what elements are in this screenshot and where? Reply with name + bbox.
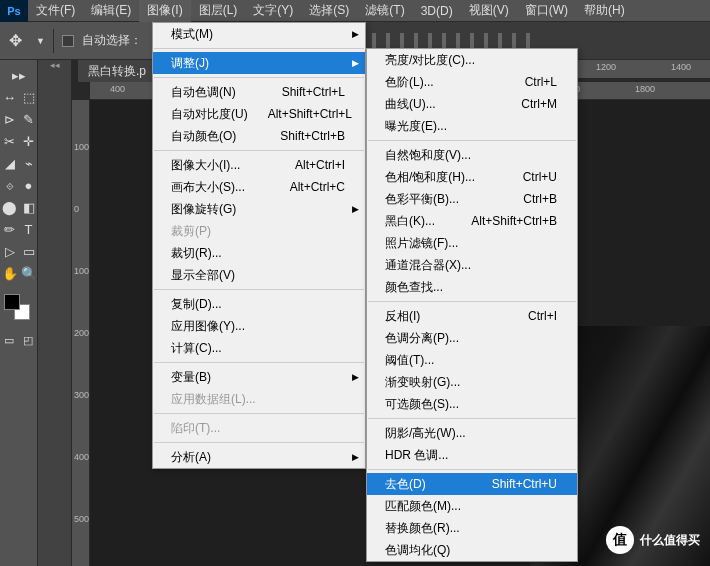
menu-item-label: 调整(J): [171, 55, 345, 72]
menu-item-8[interactable]: 黑白(K)...Alt+Shift+Ctrl+B: [367, 210, 577, 232]
dropdown-icon[interactable]: ▼: [36, 36, 45, 46]
tool-9[interactable]: ●: [19, 174, 38, 196]
tool-5[interactable]: ✛: [19, 130, 38, 152]
menu-item-7[interactable]: 色彩平衡(B)...Ctrl+B: [367, 188, 577, 210]
menu-item-6[interactable]: 色相/饱和度(H)...Ctrl+U: [367, 166, 577, 188]
menu-separator: [154, 289, 364, 290]
menu-item-6[interactable]: 自动颜色(O)Shift+Ctrl+B: [153, 125, 365, 147]
watermark-text: 什么值得买: [640, 532, 700, 549]
menu-0[interactable]: 文件(F): [28, 0, 83, 22]
tool-6[interactable]: ◢: [0, 152, 19, 174]
menu-4[interactable]: 文字(Y): [245, 0, 301, 22]
ruler-vertical: 2001000100200300400500: [72, 100, 90, 566]
panel-collapse[interactable]: ◂◂: [38, 60, 71, 74]
menu-7[interactable]: 3D(D): [413, 0, 461, 22]
menu-item-label: 亮度/对比度(C)...: [385, 52, 557, 69]
move-tool-icon[interactable]: [8, 32, 26, 50]
menu-item-19[interactable]: 阴影/高光(W)...: [367, 422, 577, 444]
menu-shortcut: Ctrl+L: [525, 75, 557, 89]
tool-7[interactable]: ⌁: [19, 152, 38, 174]
menu-separator: [154, 48, 364, 49]
menu-item-label: 色调均化(Q): [385, 542, 557, 559]
menu-5[interactable]: 选择(S): [301, 0, 357, 22]
menu-item-14[interactable]: 色调分离(P)...: [367, 327, 577, 349]
menu-item-23[interactable]: 匹配颜色(M)...: [367, 495, 577, 517]
menu-item-label: 阴影/高光(W)...: [385, 425, 557, 442]
image-menu-dropdown: 模式(M)▶调整(J)▶自动色调(N)Shift+Ctrl+L自动对比度(U)A…: [152, 22, 366, 469]
document-tab[interactable]: 黑白转换.p: [78, 60, 156, 82]
watermark: 值 什么值得买: [606, 526, 700, 554]
menu-item-4[interactable]: 自动色调(N)Shift+Ctrl+L: [153, 81, 365, 103]
menu-item-20[interactable]: HDR 色调...: [367, 444, 577, 466]
menu-item-label: 反相(I): [385, 308, 508, 325]
quickmask-icon[interactable]: ▭: [0, 332, 19, 348]
menu-item-label: 自动对比度(U): [171, 106, 248, 123]
menu-1[interactable]: 编辑(E): [83, 0, 139, 22]
menu-item-10[interactable]: 图像旋转(G)▶: [153, 198, 365, 220]
menu-item-9[interactable]: 照片滤镜(F)...: [367, 232, 577, 254]
color-swatches[interactable]: [0, 292, 38, 324]
menu-6[interactable]: 滤镜(T): [357, 0, 412, 22]
menu-item-24[interactable]: 分析(A)▶: [153, 446, 365, 468]
tool-14[interactable]: ▷: [0, 240, 19, 262]
menu-shortcut: Shift+Ctrl+B: [280, 129, 345, 143]
submenu-arrow-icon: ▶: [352, 372, 359, 382]
menu-item-0[interactable]: 亮度/对比度(C)...: [367, 49, 577, 71]
menu-item-24[interactable]: 替换颜色(R)...: [367, 517, 577, 539]
menu-item-19[interactable]: 变量(B)▶: [153, 366, 365, 388]
menu-item-12[interactable]: 裁切(R)...: [153, 242, 365, 264]
menu-item-15[interactable]: 阈值(T)...: [367, 349, 577, 371]
tool-3[interactable]: ✎: [19, 108, 38, 130]
menu-shortcut: Shift+Ctrl+L: [282, 85, 345, 99]
menu-item-3[interactable]: 曝光度(E)...: [367, 115, 577, 137]
menu-item-15[interactable]: 复制(D)...: [153, 293, 365, 315]
tool-4[interactable]: ✂: [0, 130, 19, 152]
menu-item-label: 应用图像(Y)...: [171, 318, 345, 335]
menu-item-2[interactable]: 调整(J)▶: [153, 52, 365, 74]
menu-item-13[interactable]: 反相(I)Ctrl+I: [367, 305, 577, 327]
menu-item-17[interactable]: 计算(C)...: [153, 337, 365, 359]
menu-item-5[interactable]: 自然饱和度(V)...: [367, 144, 577, 166]
menu-separator: [154, 77, 364, 78]
menu-item-11[interactable]: 颜色查找...: [367, 276, 577, 298]
menu-item-1[interactable]: 色阶(L)...Ctrl+L: [367, 71, 577, 93]
tool-12[interactable]: ✏: [0, 218, 19, 240]
menu-item-label: 显示全部(V): [171, 267, 345, 284]
menu-item-label: 色阶(L)...: [385, 74, 505, 91]
tool-15[interactable]: ▭: [19, 240, 38, 262]
menu-item-17[interactable]: 可选颜色(S)...: [367, 393, 577, 415]
menu-item-20: 应用数据组(L)...: [153, 388, 365, 410]
tool-0[interactable]: ↔: [0, 86, 19, 108]
menu-item-16[interactable]: 应用图像(Y)...: [153, 315, 365, 337]
ruler-strip-tick: 1200: [596, 62, 616, 72]
menu-10[interactable]: 帮助(H): [576, 0, 633, 22]
tool-8[interactable]: ⟐: [0, 174, 19, 196]
screenmode-icon[interactable]: ◰: [19, 332, 38, 348]
menu-8[interactable]: 视图(V): [461, 0, 517, 22]
toolbox-collapse[interactable]: ▸▸: [0, 64, 38, 86]
menu-item-13[interactable]: 显示全部(V): [153, 264, 365, 286]
foreground-swatch[interactable]: [4, 294, 20, 310]
tool-1[interactable]: ⬚: [19, 86, 38, 108]
menu-item-5[interactable]: 自动对比度(U)Alt+Shift+Ctrl+L: [153, 103, 365, 125]
tool-16[interactable]: ✋: [0, 262, 19, 284]
tool-2[interactable]: ⊳: [0, 108, 19, 130]
tool-10[interactable]: ⬤: [0, 196, 19, 218]
menu-item-0[interactable]: 模式(M)▶: [153, 23, 365, 45]
tool-17[interactable]: 🔍: [19, 262, 38, 284]
menu-shortcut: Alt+Shift+Ctrl+B: [471, 214, 557, 228]
menu-9[interactable]: 窗口(W): [517, 0, 576, 22]
menu-item-10[interactable]: 通道混合器(X)...: [367, 254, 577, 276]
menu-item-9[interactable]: 画布大小(S)...Alt+Ctrl+C: [153, 176, 365, 198]
menu-2[interactable]: 图像(I): [139, 0, 190, 22]
menu-item-2[interactable]: 曲线(U)...Ctrl+M: [367, 93, 577, 115]
menu-item-8[interactable]: 图像大小(I)...Alt+Ctrl+I: [153, 154, 365, 176]
menu-item-22[interactable]: 去色(D)Shift+Ctrl+U: [367, 473, 577, 495]
autoselect-checkbox[interactable]: [62, 35, 74, 47]
tool-11[interactable]: ◧: [19, 196, 38, 218]
menu-3[interactable]: 图层(L): [191, 0, 246, 22]
tool-13[interactable]: T: [19, 218, 38, 240]
menu-separator: [154, 362, 364, 363]
menu-item-25[interactable]: 色调均化(Q): [367, 539, 577, 561]
menu-item-16[interactable]: 渐变映射(G)...: [367, 371, 577, 393]
